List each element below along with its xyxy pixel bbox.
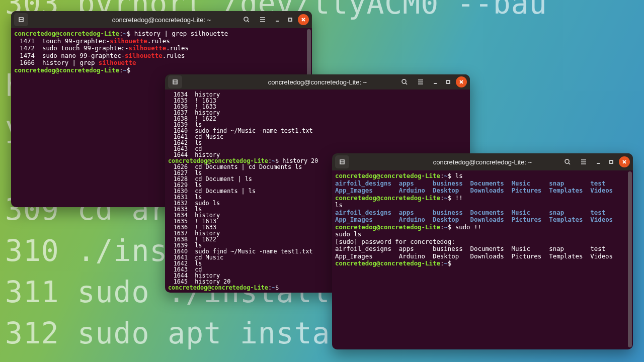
hamburger-icon: [417, 78, 424, 85]
maximize-icon: [609, 159, 614, 164]
terminal-window-ls[interactable]: concretedog@concretedog-Lite: ~ concrete…: [332, 153, 633, 349]
maximize-button[interactable]: [285, 14, 296, 25]
search-button[interactable]: [239, 13, 254, 26]
hamburger-icon: [259, 16, 266, 23]
titlebar[interactable]: concretedog@concretedog-Lite: ~: [332, 153, 633, 170]
svg-point-4: [565, 159, 569, 163]
minimize-icon: [596, 159, 601, 164]
search-button[interactable]: [397, 75, 412, 88]
new-tab-button[interactable]: [335, 155, 349, 168]
new-tab-icon: [172, 78, 179, 85]
maximize-icon: [446, 79, 451, 84]
maximize-button[interactable]: [443, 76, 454, 87]
scrollbar[interactable]: [628, 171, 632, 347]
new-tab-icon: [18, 16, 25, 23]
menu-button[interactable]: [577, 155, 591, 168]
terminal-body[interactable]: concretedog@concretedog-Lite:~$ lsairfoi…: [332, 170, 633, 349]
menu-button[interactable]: [414, 75, 428, 88]
svg-point-2: [402, 79, 406, 83]
titlebar[interactable]: concretedog@concretedog-Lite: ~: [11, 11, 312, 28]
minimize-icon: [433, 79, 438, 84]
svg-rect-1: [289, 18, 292, 21]
new-tab-button[interactable]: [14, 13, 28, 26]
minimize-button[interactable]: [593, 156, 604, 167]
svg-point-0: [244, 17, 248, 21]
close-icon: [459, 79, 464, 84]
close-icon: [301, 17, 306, 22]
hamburger-icon: [580, 158, 587, 165]
titlebar[interactable]: concretedog@concretedog-Lite: ~: [165, 74, 470, 89]
close-button[interactable]: [298, 14, 309, 25]
new-tab-button[interactable]: [168, 75, 182, 88]
search-icon: [564, 158, 571, 165]
maximize-icon: [288, 17, 293, 22]
menu-button[interactable]: [256, 13, 270, 26]
minimize-button[interactable]: [272, 14, 283, 25]
window-title: concretedog@concretedog-Lite: ~: [112, 16, 211, 24]
close-button[interactable]: [619, 156, 630, 167]
close-icon: [622, 159, 627, 164]
new-tab-icon: [339, 158, 346, 165]
search-icon: [401, 78, 408, 85]
search-button[interactable]: [560, 155, 575, 168]
svg-rect-3: [447, 80, 450, 83]
window-title: concretedog@concretedog-Lite: ~: [433, 158, 532, 166]
minimize-icon: [275, 17, 280, 22]
close-button[interactable]: [456, 76, 467, 87]
search-icon: [243, 16, 250, 23]
maximize-button[interactable]: [606, 156, 617, 167]
background-history-line: 310 ./inst: [5, 230, 186, 272]
minimize-button[interactable]: [430, 76, 441, 87]
svg-rect-5: [610, 160, 613, 163]
window-title: concretedog@concretedog-Lite: ~: [268, 78, 367, 86]
